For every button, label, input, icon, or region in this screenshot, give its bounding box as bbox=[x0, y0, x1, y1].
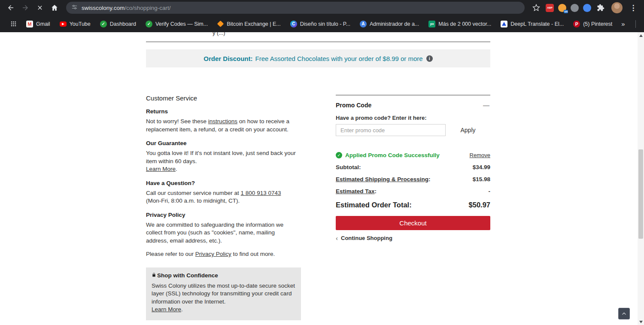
up-triangle-icon bbox=[639, 34, 643, 37]
tax-row: Estimated Tax: - bbox=[336, 188, 490, 194]
refer-after: to find out more. bbox=[231, 251, 275, 257]
promo-applied-row: ✓ Applied Promo Code Successfully Remove bbox=[336, 152, 490, 158]
colon: : bbox=[375, 188, 377, 194]
blue-extension-icon[interactable] bbox=[583, 4, 591, 12]
adblock-extension-icon[interactable]: ABP bbox=[546, 4, 554, 12]
youtube-icon bbox=[60, 21, 67, 27]
bookmark-label: Más de 2 000 vector... bbox=[438, 21, 491, 27]
order-summary-section: Promo Code — Have a promo code? Enter it… bbox=[336, 95, 490, 242]
profile-avatar[interactable] bbox=[611, 2, 623, 13]
tax-label: Estimated Tax: bbox=[336, 188, 377, 194]
home-icon[interactable] bbox=[48, 1, 61, 14]
bookmark-pinterest[interactable]: P (5) Pinterest bbox=[569, 19, 616, 29]
refer-before: Please refer to our bbox=[146, 251, 195, 257]
checkout-button[interactable]: Checkout bbox=[336, 216, 490, 230]
bookmark-verify-codes[interactable]: ✓ Verify Codes — Sim... bbox=[142, 19, 212, 29]
promo-code-input[interactable] bbox=[336, 124, 446, 136]
apply-button[interactable]: Apply bbox=[446, 127, 490, 134]
bookmark-label: Verify Codes — Sim... bbox=[155, 21, 208, 27]
forward-icon[interactable] bbox=[19, 1, 32, 14]
privacy-heading: Privacy Policy bbox=[146, 212, 301, 218]
gray-extension-icon[interactable] bbox=[571, 4, 579, 12]
instructions-link[interactable]: instructions bbox=[208, 118, 237, 125]
confidence-text: Swiss Colony utilizes the most up-to-dat… bbox=[152, 282, 295, 306]
three-dots-icon: ⋮ bbox=[630, 3, 637, 12]
bookmarks-overflow-chevron[interactable]: » bbox=[618, 20, 628, 27]
shipping-label-text[interactable]: Estimated Shipping & Processing bbox=[336, 176, 428, 182]
shipping-row: Estimated Shipping & Processing: $15.98 bbox=[336, 176, 490, 182]
bookmarks-divider bbox=[635, 20, 636, 28]
url-path: /co/shopping-cart/ bbox=[125, 5, 170, 11]
all-bookmarks-button[interactable]: All Bookmarks bbox=[641, 18, 644, 30]
currency-extension-icon[interactable]: us bbox=[558, 4, 566, 12]
px-glyph: px bbox=[430, 22, 434, 26]
bookmark-label: YouTube bbox=[70, 21, 91, 27]
scroll-to-top-button[interactable] bbox=[618, 308, 630, 319]
customer-service-section: Customer Service Returns Not to worry! S… bbox=[146, 94, 301, 320]
page-scrollbar[interactable] bbox=[638, 32, 644, 325]
order-discount-label: Order Discount: bbox=[204, 55, 252, 62]
info-icon[interactable]: i bbox=[426, 55, 433, 62]
order-total-row: Estimated Order Total: $50.97 bbox=[336, 201, 490, 209]
url-text: swisscolony.com/co/shopping-cart/ bbox=[82, 5, 171, 11]
site-settings-icon[interactable] bbox=[71, 4, 78, 12]
bookmark-administrador[interactable]: A Administrador de a... bbox=[356, 19, 423, 29]
extensions-puzzle-icon[interactable] bbox=[594, 1, 607, 14]
scrollbar-down-arrow[interactable] bbox=[638, 319, 644, 325]
learn-more-link[interactable]: Learn More bbox=[152, 306, 181, 313]
learn-more-link[interactable]: Learn More bbox=[146, 166, 176, 172]
promo-code-header: Promo Code — bbox=[336, 102, 490, 109]
gmail-icon: M bbox=[26, 21, 33, 27]
bookmark-canva-design[interactable]: C Diseño sin título - P... bbox=[286, 19, 354, 29]
bookmark-label: Dashboard bbox=[110, 21, 136, 27]
bookmark-youtube[interactable]: YouTube bbox=[56, 20, 94, 28]
period: . bbox=[181, 306, 183, 313]
bookmark-dashboard[interactable]: ✓ Dashboard bbox=[96, 19, 140, 29]
privacy-policy-link[interactable]: Privacy Policy bbox=[195, 251, 231, 257]
scrollbar-up-arrow[interactable] bbox=[638, 32, 644, 39]
bookmark-label: Administrador de a... bbox=[370, 21, 419, 27]
order-total-label: Estimated Order Total: bbox=[336, 201, 412, 209]
scrollbar-thumb[interactable] bbox=[638, 149, 643, 239]
pinterest-icon: P bbox=[573, 21, 580, 27]
bookmark-bitcoin-exchange[interactable]: Bitcoin Exchange | E... bbox=[213, 19, 285, 28]
customer-service-title: Customer Service bbox=[146, 94, 301, 102]
tax-value: - bbox=[489, 188, 491, 194]
subtotal-label: Subtotal: bbox=[336, 164, 361, 170]
down-triangle-icon bbox=[639, 321, 643, 323]
lock-icon bbox=[152, 272, 156, 279]
promo-code-title: Promo Code bbox=[336, 102, 371, 109]
bookmark-label: DeepL Translate - El... bbox=[510, 21, 564, 27]
browser-chrome: swisscolony.com/co/shopping-cart/ ABP us… bbox=[0, 0, 644, 32]
canva-icon: C bbox=[290, 21, 297, 27]
promo-prompt: Have a promo code? Enter it here: bbox=[336, 115, 490, 121]
shop-with-confidence-box: Shop with Confidence Swiss Colony utiliz… bbox=[146, 267, 301, 320]
bookmark-label: Diseño sin título - P... bbox=[300, 21, 350, 27]
continue-shopping-link[interactable]: ‹ Continue Shopping bbox=[336, 234, 490, 242]
question-text: Call our customer service number at 1 80… bbox=[146, 189, 297, 205]
bookmark-gmail[interactable]: M Gmail bbox=[22, 19, 54, 29]
check-circle-icon: ✓ bbox=[100, 21, 107, 27]
back-icon[interactable] bbox=[4, 1, 17, 14]
subtotal-row: Subtotal: $34.99 bbox=[336, 164, 490, 170]
order-discount-text: Free Assorted Chocolates with your order… bbox=[255, 55, 422, 62]
stop-loading-icon[interactable] bbox=[33, 1, 46, 14]
continue-shopping-label: Continue Shopping bbox=[341, 235, 392, 241]
cart-divider bbox=[146, 42, 490, 42]
bookmark-star-icon[interactable] bbox=[530, 1, 543, 14]
bookmark-label: Gmail bbox=[36, 21, 50, 27]
apps-grid-icon[interactable] bbox=[7, 18, 20, 30]
bookmark-vectores[interactable]: px Más de 2 000 vector... bbox=[425, 19, 495, 29]
address-bar[interactable]: swisscolony.com/co/shopping-cart/ bbox=[66, 2, 525, 14]
question-text-before: Call our customer service number at bbox=[146, 190, 241, 196]
tax-label-text[interactable]: Estimated Tax bbox=[336, 188, 375, 194]
phone-link[interactable]: 1 800 913 0743 bbox=[241, 190, 281, 196]
check-glyph: ✓ bbox=[147, 21, 151, 26]
collapse-minus-icon[interactable]: — bbox=[482, 103, 490, 107]
bookmark-label: (5) Pinterest bbox=[583, 21, 612, 27]
browser-menu-icon[interactable]: ⋮ bbox=[627, 1, 640, 14]
remove-promo-link[interactable]: Remove bbox=[470, 152, 490, 158]
bookmark-deepl[interactable]: DeepL Translate - El... bbox=[497, 19, 568, 29]
privacy-refer-text: Please refer to our Privacy Policy to fi… bbox=[146, 250, 297, 258]
promo-applied-message: Applied Promo Code Successfully bbox=[345, 152, 440, 158]
